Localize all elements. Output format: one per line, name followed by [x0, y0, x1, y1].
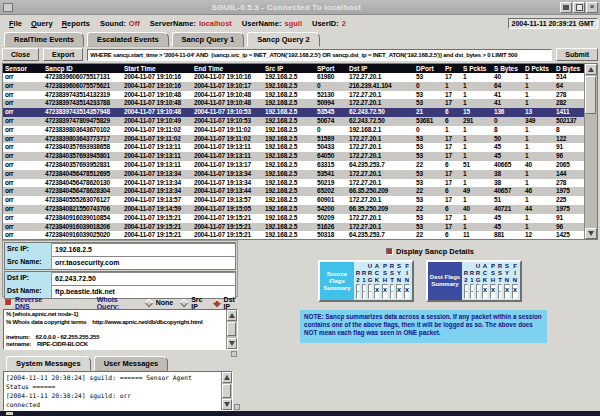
- table-cell: 2004-11-07 19:10:48: [192, 99, 263, 108]
- tab-sancp-query-1[interactable]: Sancp Query 1: [172, 32, 245, 47]
- scrollbar-thumb[interactable]: [585, 76, 596, 114]
- clock: 2004-11-11 20:39:21 GMT: [508, 18, 599, 29]
- column-header-dport[interactable]: DPort: [414, 64, 443, 73]
- scrollbar-trough[interactable]: [227, 321, 237, 338]
- scrollbar-trough[interactable]: [585, 75, 597, 228]
- reverse-dns-checkbox[interactable]: [5, 299, 12, 306]
- tab-system-messages[interactable]: System Messages: [6, 356, 91, 371]
- flag-value-cell: X: [374, 284, 380, 299]
- column-header-pr[interactable]: Pr: [443, 64, 461, 73]
- table-cell: 2004-11-07 19:11:02: [122, 135, 192, 144]
- table-cell: 192.168.2.5: [263, 152, 315, 161]
- submit-button[interactable]: Submit: [556, 48, 598, 61]
- window-menu-icon[interactable]: [3, 3, 13, 12]
- flag-value-cell: .: [356, 284, 360, 299]
- table-cell: 38: [492, 179, 523, 188]
- table-row[interactable]: orr47238408215507437062004-11-07 19:14:5…: [3, 205, 584, 214]
- table-row[interactable]: orr47238403576939458012004-11-07 19:13:1…: [3, 152, 584, 161]
- column-header-sport[interactable]: SPort: [315, 64, 347, 73]
- tab-user-messages[interactable]: User Messages: [94, 356, 169, 371]
- table-row[interactable]: orr47238404564786283042004-11-07 19:13:3…: [3, 187, 584, 196]
- column-header-d-bytes[interactable]: D Bytes: [554, 64, 584, 73]
- table-row[interactable]: orr47238397435141323192004-11-07 19:10:4…: [3, 91, 584, 100]
- table-cell: 50: [492, 135, 523, 144]
- flag-value-cell: X: [382, 284, 388, 299]
- tab-sancp-query-2[interactable]: Sancp Query 2: [247, 32, 320, 47]
- table-cell: 40: [523, 161, 554, 170]
- table-row[interactable]: orr47238404564785126952004-11-07 19:13:3…: [3, 170, 584, 179]
- table-scrollbar[interactable]: [584, 64, 597, 239]
- table-cell: 53: [414, 196, 443, 205]
- scrollbar-thumb[interactable]: [227, 322, 236, 336]
- src-ip-field[interactable]: 192.168.2.5: [52, 243, 235, 256]
- resize-grip[interactable]: [234, 404, 240, 410]
- table-cell: 1975: [554, 205, 584, 214]
- column-header-dst-ip[interactable]: Dst IP: [347, 64, 414, 73]
- whois-output[interactable]: % [whois.apnic.net node-1] % Whois data …: [3, 309, 238, 350]
- table-row[interactable]: orr47238397435143579482004-11-07 19:10:4…: [3, 108, 584, 117]
- table-cell: 2004-11-07 19:13:11: [192, 143, 263, 152]
- dst-ip-field[interactable]: 62.243.72.50: [52, 272, 235, 285]
- table-row[interactable]: orr47238403576939386582004-11-07 19:13:1…: [3, 143, 584, 152]
- resize-grip[interactable]: [231, 351, 237, 357]
- export-button[interactable]: Export: [43, 48, 83, 61]
- column-header-s-bytes[interactable]: S Bytes: [492, 64, 523, 73]
- display-sancp-details-checkbox[interactable]: [386, 248, 393, 255]
- tab-escalated-events[interactable]: Escalated Events: [87, 32, 169, 47]
- scrollbar-thumb[interactable]: [222, 384, 231, 398]
- table-row[interactable]: orr47238403576939528312004-11-07 19:13:1…: [3, 161, 584, 170]
- whois-radio-src-ip[interactable]: [180, 298, 188, 306]
- menu-query[interactable]: Query: [31, 19, 53, 28]
- tab-realtime-events[interactable]: RealTime Events: [4, 32, 84, 47]
- column-header-d-pckts[interactable]: D Pckts: [523, 64, 554, 73]
- column-header-start-time[interactable]: Start Time: [122, 64, 192, 73]
- column-header-end-time[interactable]: End Time: [192, 64, 263, 73]
- table-row[interactable]: orr47238397478094758292004-11-07 19:10:4…: [3, 117, 584, 126]
- column-header-sancp-id[interactable]: Sancp ID: [43, 64, 122, 73]
- table-row[interactable]: orr47238409160390250202004-11-07 19:15:2…: [3, 231, 584, 239]
- table-row[interactable]: orr47238409160390108542004-11-07 19:15:2…: [3, 214, 584, 223]
- table-cell: 278: [554, 179, 584, 188]
- table-row[interactable]: orr47238405552630761272004-11-07 19:13:5…: [3, 196, 584, 205]
- table-cell: orr: [3, 82, 43, 91]
- table-cell: 41: [492, 99, 523, 108]
- scrollbar-trough[interactable]: [222, 383, 232, 399]
- table-cell: 1: [461, 126, 492, 135]
- scroll-down-button[interactable]: [585, 228, 597, 239]
- close-window-button[interactable]: ×: [586, 2, 598, 13]
- table-cell: 1: [461, 82, 492, 91]
- flag-header-cell: K: [373, 277, 381, 284]
- table-cell: 17: [443, 91, 461, 100]
- table-row[interactable]: orr47238398036437737172004-11-07 19:11:0…: [3, 135, 584, 144]
- scroll-up-button[interactable]: [222, 372, 232, 383]
- close-button[interactable]: Close: [2, 48, 39, 61]
- table-cell: 17: [443, 135, 461, 144]
- table-row[interactable]: orr47238397435142337882004-11-07 19:10:4…: [3, 99, 584, 108]
- src-name-field[interactable]: orr.taosecurity.com: [52, 256, 235, 269]
- table-row[interactable]: orr47238404564786201302004-11-07 19:13:3…: [3, 179, 584, 188]
- table-row[interactable]: orr47238409160390182062004-11-07 19:15:2…: [3, 223, 584, 232]
- whois-radio-none[interactable]: [144, 298, 152, 306]
- whois-scrollbar[interactable]: [226, 310, 237, 349]
- column-header-sensor[interactable]: Sensor: [3, 64, 43, 73]
- table-row[interactable]: orr47238396060755756212004-11-07 19:10:1…: [3, 82, 584, 91]
- menu-reports[interactable]: Reports: [62, 19, 90, 28]
- menu-file[interactable]: File: [9, 19, 22, 28]
- whois-radio-dst-ip[interactable]: [212, 298, 220, 306]
- table-row[interactable]: orr47238396060755171312004-11-07 19:10:1…: [3, 73, 584, 82]
- messages-panel[interactable]: [2004-11-11 20:38:24] sguild: ====== Sen…: [3, 371, 233, 411]
- scroll-up-button[interactable]: [227, 310, 237, 321]
- query-input[interactable]: [87, 49, 552, 61]
- messages-scrollbar[interactable]: [221, 372, 232, 410]
- column-header-s-pckts[interactable]: S Pckts: [461, 64, 492, 73]
- scroll-up-button[interactable]: [585, 64, 597, 75]
- sancp-note: NOTE: Sancp summarizes data across a ses…: [300, 310, 547, 343]
- table-cell: 192.168.2.5: [263, 223, 315, 232]
- scroll-down-button[interactable]: [222, 399, 232, 410]
- table-cell: 17: [443, 214, 461, 223]
- minimize-button[interactable]: [560, 2, 572, 13]
- scroll-down-button[interactable]: [227, 338, 237, 349]
- maximize-button[interactable]: [573, 2, 585, 13]
- column-header-src-ip[interactable]: Src IP: [263, 64, 315, 73]
- table-row[interactable]: orr47238398036436701022004-11-07 19:11:0…: [3, 126, 584, 135]
